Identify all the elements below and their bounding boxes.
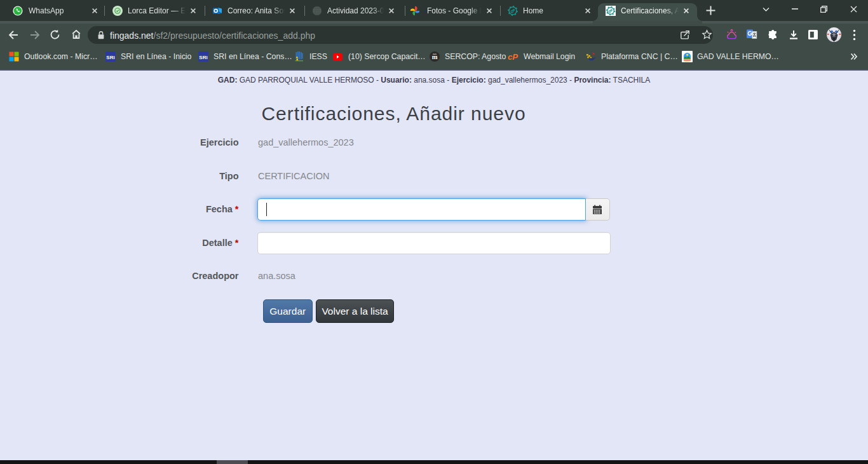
svg-text:SRi: SRi (199, 55, 207, 60)
svg-text:SRi: SRi (106, 55, 114, 60)
svg-text:cP: cP (508, 52, 518, 62)
